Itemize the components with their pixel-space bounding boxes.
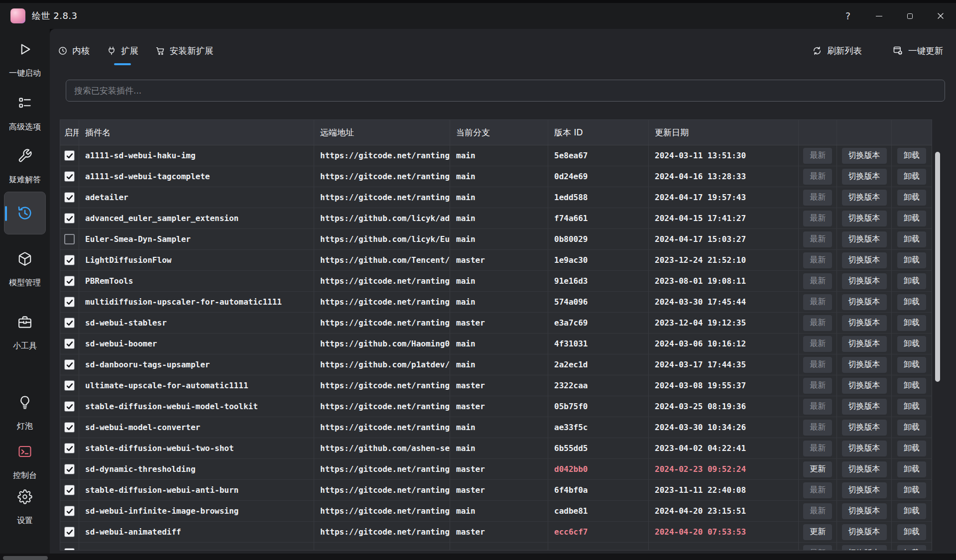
sidebar-item-console[interactable]: 控制台 [0,444,50,481]
enabled-checkbox[interactable] [64,485,75,495]
switch-version-button[interactable]: 切换版本 [842,169,887,185]
switch-version-button[interactable]: 切换版本 [842,190,887,206]
sidebar-item-advanced-options[interactable]: 高级选项 [0,96,50,132]
switch-version-button[interactable]: 切换版本 [842,211,887,226]
update-status-button[interactable]: 更新 [803,524,832,540]
switch-version-button[interactable]: 切换版本 [842,148,887,164]
update-status-button[interactable]: 最新 [803,190,832,206]
update-status-button[interactable]: 最新 [803,211,832,226]
sidebar-item-settings[interactable]: 设置 [0,489,50,526]
enabled-checkbox[interactable] [64,464,75,474]
maximize-button[interactable] [894,3,925,29]
switch-version-button[interactable]: 切换版本 [842,524,887,540]
tab-install-new-extension[interactable]: 安装新扩展 [155,45,214,57]
switch-version-button[interactable]: 切换版本 [842,315,887,331]
tab-kernel[interactable]: 内核 [58,45,90,57]
update-status-button[interactable]: 最新 [803,315,832,331]
enabled-checkbox[interactable] [64,380,75,391]
uninstall-button[interactable]: 卸载 [897,315,926,331]
uninstall-button[interactable]: 卸载 [897,482,926,498]
update-status-button[interactable]: 最新 [803,294,832,310]
sidebar-item-troubleshoot[interactable]: 疑难解答 [0,148,50,185]
switch-version-button[interactable]: 切换版本 [842,482,887,498]
switch-version-button[interactable]: 切换版本 [842,420,887,436]
minimize-button[interactable] [863,3,894,29]
update-status-button[interactable]: 最新 [803,503,832,519]
uninstall-button[interactable]: 卸载 [897,336,926,352]
close-button[interactable] [925,3,956,29]
enabled-checkbox[interactable] [64,213,75,224]
switch-version-button[interactable]: 切换版本 [842,252,887,268]
switch-version-button[interactable]: 切换版本 [842,231,887,247]
uninstall-button[interactable]: 卸载 [897,252,926,268]
uninstall-button[interactable]: 卸载 [897,503,926,519]
switch-version-button[interactable]: 切换版本 [842,441,887,456]
sidebar-item-lightbulb[interactable]: 灯泡 [0,395,50,432]
uninstall-button[interactable]: 卸载 [897,441,926,456]
uninstall-button[interactable]: 卸载 [897,294,926,310]
enabled-checkbox[interactable] [64,192,75,203]
switch-version-button[interactable]: 切换版本 [842,378,887,394]
uninstall-button[interactable]: 卸载 [897,169,926,185]
update-status-button[interactable]: 最新 [803,273,832,289]
uninstall-button[interactable]: 卸载 [897,211,926,226]
update-status-button[interactable]: 最新 [803,252,832,268]
sidebar-item-model-manage[interactable]: 模型管理 [0,251,50,288]
uninstall-button[interactable]: 卸载 [897,190,926,206]
update-status-button[interactable]: 最新 [803,169,832,185]
uninstall-button[interactable]: 卸载 [897,148,926,164]
enabled-checkbox[interactable] [64,234,75,244]
vertical-scrollbar-thumb[interactable] [935,152,940,382]
switch-version-button[interactable]: 切换版本 [842,336,887,352]
switch-version-button[interactable]: 切换版本 [842,357,887,373]
uninstall-button[interactable]: 卸载 [897,231,926,247]
enabled-checkbox[interactable] [64,422,75,433]
enabled-checkbox[interactable] [64,548,75,551]
enabled-checkbox[interactable] [64,297,75,307]
uninstall-button[interactable]: 卸载 [897,357,926,373]
switch-version-button[interactable]: 切换版本 [842,273,887,289]
uninstall-button[interactable]: 卸载 [897,399,926,415]
switch-version-button[interactable]: 切换版本 [842,399,887,415]
sidebar-item-launch[interactable]: 一键启动 [0,42,50,79]
update-status-button[interactable]: 最新 [803,545,832,551]
switch-version-button[interactable]: 切换版本 [842,294,887,310]
update-all-button[interactable]: 一键更新 [893,45,943,57]
uninstall-button[interactable]: 卸载 [897,378,926,394]
sidebar-item-version-manage-selected[interactable] [4,192,46,234]
enabled-checkbox[interactable] [64,150,75,161]
enabled-checkbox[interactable] [64,318,75,328]
switch-version-button[interactable]: 切换版本 [842,545,887,551]
uninstall-button[interactable]: 卸载 [897,461,926,477]
enabled-checkbox[interactable] [64,359,75,370]
refresh-list-button[interactable]: 刷新列表 [812,45,862,57]
uninstall-button[interactable]: 卸载 [897,524,926,540]
switch-version-button[interactable]: 切换版本 [842,503,887,519]
update-status-button[interactable]: 最新 [803,420,832,436]
enabled-checkbox[interactable] [64,276,75,286]
switch-version-button[interactable]: 切换版本 [842,461,887,477]
update-status-button[interactable]: 最新 [803,357,832,373]
uninstall-button[interactable]: 卸载 [897,420,926,436]
update-status-button[interactable]: 最新 [803,441,832,456]
enabled-checkbox[interactable] [64,506,75,516]
uninstall-button[interactable]: 卸载 [897,273,926,289]
update-status-button[interactable]: 最新 [803,482,832,498]
enabled-checkbox[interactable] [64,527,75,537]
update-status-button[interactable]: 最新 [803,399,832,415]
update-status-button[interactable]: 最新 [803,378,832,394]
enabled-checkbox[interactable] [64,443,75,453]
enabled-checkbox[interactable] [64,338,75,349]
enabled-checkbox[interactable] [64,171,75,182]
search-input[interactable] [66,80,945,102]
enabled-checkbox[interactable] [64,401,75,412]
help-button[interactable]: ? [833,3,863,29]
update-status-button[interactable]: 最新 [803,336,832,352]
update-status-button[interactable]: 最新 [803,231,832,247]
update-status-button[interactable]: 最新 [803,148,832,164]
sidebar-item-tools[interactable]: 小工具 [0,315,50,351]
uninstall-button[interactable]: 卸载 [897,545,926,551]
update-status-button[interactable]: 更新 [803,461,832,477]
enabled-checkbox[interactable] [64,255,75,265]
tab-extensions[interactable]: 扩展 [107,45,138,57]
